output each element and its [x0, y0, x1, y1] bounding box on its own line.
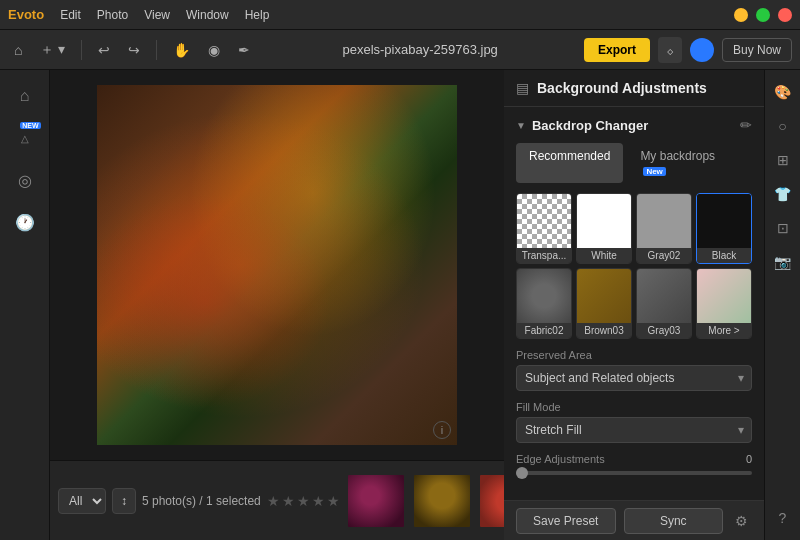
sort-button[interactable]: ↕ — [112, 488, 136, 514]
separator2 — [156, 40, 157, 60]
section-header[interactable]: ▼ Backdrop Changer ✏ — [516, 117, 752, 133]
preserved-area-select-wrap: Subject and Related objects — [516, 365, 752, 391]
backdrop-black[interactable]: Black — [696, 193, 752, 264]
panel-bottom-bar: Save Preset Sync ⚙ — [504, 500, 764, 540]
new-badge: NEW — [20, 122, 40, 129]
main-layout: ⌂ △ NEW ◎ 🕐 i All ↕ 5 photo(s) / 1 selec… — [0, 70, 800, 540]
stamp-tool-button[interactable]: ✒ — [232, 38, 256, 62]
backdrop-swatch-more — [697, 269, 751, 323]
star-5[interactable]: ★ — [327, 493, 340, 509]
backdrop-swatch-gray02 — [637, 194, 691, 248]
filmstrip: All ↕ 5 photo(s) / 1 selected ★ ★ ★ ★ ★ — [50, 460, 504, 540]
star-4[interactable]: ★ — [312, 493, 325, 509]
save-preset-button[interactable]: Save Preset — [516, 508, 616, 534]
backdrop-gray02[interactable]: Gray02 — [636, 193, 692, 264]
close-button[interactable] — [778, 8, 792, 22]
backdrop-label-white: White — [577, 248, 631, 263]
section-edit-icon[interactable]: ✏ — [740, 117, 752, 133]
menu-window[interactable]: Window — [186, 8, 229, 22]
canvas-area: i All ↕ 5 photo(s) / 1 selected ★ ★ ★ ★ … — [50, 70, 504, 540]
mask-tool-button[interactable]: ◉ — [202, 38, 226, 62]
sidebar-portrait-icon[interactable]: △ NEW — [7, 120, 43, 156]
panel-header-icon: ▤ — [516, 80, 529, 96]
home-button[interactable]: ⌂ — [8, 38, 28, 62]
backdrop-swatch-transparent — [517, 194, 571, 248]
photo-display — [97, 85, 457, 445]
backdrop-white[interactable]: White — [576, 193, 632, 264]
tab-my-backdrops-label: My backdrops — [640, 149, 715, 163]
canvas-wrap: i — [50, 70, 504, 460]
sidebar-history-icon[interactable]: 🕐 — [7, 204, 43, 240]
backdrop-fabric02[interactable]: Fabric02 — [516, 268, 572, 339]
title-bar: Evoto Edit Photo View Window Help — [0, 0, 800, 30]
menu-edit[interactable]: Edit — [60, 8, 81, 22]
thumbnail-basket[interactable] — [412, 473, 472, 529]
star-2[interactable]: ★ — [282, 493, 295, 509]
backdrop-swatch-white — [577, 194, 631, 248]
circle-icon[interactable]: ○ — [769, 112, 797, 140]
fill-mode-group: Fill Mode Stretch Fill — [516, 401, 752, 443]
edge-adjustments-thumb[interactable] — [516, 467, 528, 479]
panel-settings-icon[interactable]: ⚙ — [731, 509, 752, 533]
frame-icon[interactable]: ⊡ — [769, 214, 797, 242]
hand-tool-button[interactable]: ✋ — [167, 38, 196, 62]
tab-recommended[interactable]: Recommended — [516, 143, 623, 183]
backdrop-label-more: More > — [697, 323, 751, 338]
section-toggle-icon: ▼ — [516, 120, 526, 131]
tab-my-backdrops[interactable]: My backdrops New — [627, 143, 752, 183]
minimize-button[interactable] — [734, 8, 748, 22]
backdrop-gray03[interactable]: Gray03 — [636, 268, 692, 339]
section-title: Backdrop Changer — [532, 118, 734, 133]
avatar[interactable] — [690, 38, 714, 62]
left-sidebar: ⌂ △ NEW ◎ 🕐 — [0, 70, 50, 540]
thumbnail-pots[interactable] — [478, 473, 504, 529]
undo-button[interactable]: ↩ — [92, 38, 116, 62]
panel-header: ▤ Background Adjustments — [504, 70, 764, 107]
export-button[interactable]: Export — [584, 38, 650, 62]
rating-stars[interactable]: ★ ★ ★ ★ ★ — [267, 493, 340, 509]
backdrop-tabs: Recommended My backdrops New — [516, 143, 752, 183]
star-3[interactable]: ★ — [297, 493, 310, 509]
menu-help[interactable]: Help — [245, 8, 270, 22]
my-backdrops-new-badge: New — [643, 167, 665, 176]
new-badge-icon: △ — [21, 133, 29, 144]
help-icon[interactable]: ? — [769, 504, 797, 532]
camera-icon[interactable]: 📷 — [769, 248, 797, 276]
backdrop-transparent[interactable]: Transpa... — [516, 193, 572, 264]
preserved-area-select[interactable]: Subject and Related objects — [516, 365, 752, 391]
info-icon[interactable]: i — [433, 421, 451, 439]
backdrop-label-fabric02: Fabric02 — [517, 323, 571, 338]
sidebar-retouch-icon[interactable]: ◎ — [7, 162, 43, 198]
sidebar-home-icon[interactable]: ⌂ — [7, 78, 43, 114]
backdrop-swatch-gray03 — [637, 269, 691, 323]
toolbar-right: Export ⬦ Buy Now — [584, 37, 792, 63]
backdrop-swatch-fabric02 — [517, 269, 571, 323]
backdrop-label-brown03: Brown03 — [577, 323, 631, 338]
add-button[interactable]: ＋ ▾ — [34, 37, 71, 63]
shirt-icon[interactable]: 👕 — [769, 180, 797, 208]
star-1[interactable]: ★ — [267, 493, 280, 509]
right-icon-bar: 🎨 ○ ⊞ 👕 ⊡ 📷 ? — [764, 70, 800, 540]
fill-mode-select[interactable]: Stretch Fill — [516, 417, 752, 443]
preserved-area-label: Preserved Area — [516, 349, 752, 361]
thumb-img-grape — [348, 475, 404, 527]
menu-view[interactable]: View — [144, 8, 170, 22]
menu-photo[interactable]: Photo — [97, 8, 128, 22]
maximize-button[interactable] — [756, 8, 770, 22]
backdrop-brown03[interactable]: Brown03 — [576, 268, 632, 339]
share-button[interactable]: ⬦ — [658, 37, 682, 63]
right-panel-wrapper: ▤ Background Adjustments ▼ Backdrop Chan… — [504, 70, 764, 540]
filter-select[interactable]: All — [58, 488, 106, 514]
edge-adjustments-value: 0 — [746, 453, 752, 465]
palette-icon[interactable]: 🎨 — [769, 78, 797, 106]
edge-adjustments-group: Edge Adjustments 0 — [516, 453, 752, 475]
backdrop-more[interactable]: More > — [696, 268, 752, 339]
sync-button[interactable]: Sync — [624, 508, 724, 534]
grid-icon[interactable]: ⊞ — [769, 146, 797, 174]
app-logo: Evoto — [8, 7, 44, 22]
redo-button[interactable]: ↪ — [122, 38, 146, 62]
buy-now-button[interactable]: Buy Now — [722, 38, 792, 62]
thumbnail-grape[interactable] — [346, 473, 406, 529]
edge-adjustments-slider[interactable] — [516, 471, 752, 475]
image-canvas: i — [97, 85, 457, 445]
